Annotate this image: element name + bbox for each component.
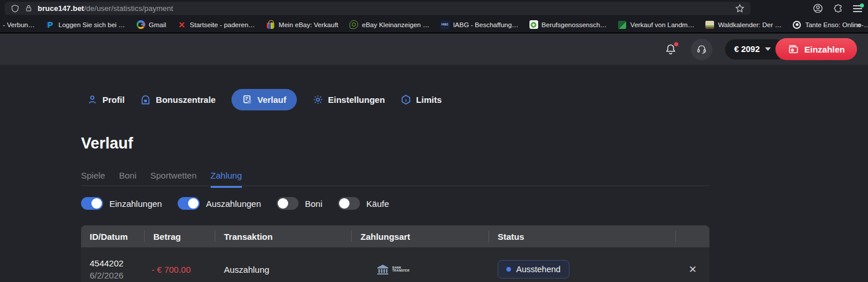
filter-label: Auszahlungen (206, 199, 261, 209)
toggle-einzahlungen[interactable] (81, 197, 103, 210)
toggle-kaeufe[interactable] (338, 197, 360, 210)
toggle-auszahlungen[interactable] (178, 197, 200, 210)
bookmark-item[interactable]: Berufsgenossensch… (529, 20, 607, 29)
payment-filters: Einzahlungen Auszahlungen Boni Käufe (81, 197, 389, 210)
filter-kaeufe: Käufe (338, 197, 389, 210)
page-title: Verlauf (81, 135, 133, 153)
col-betrag: Betrag (145, 225, 215, 247)
red-x-icon: ✕ (177, 20, 186, 29)
col-status: Status (489, 225, 676, 247)
bookmark-item[interactable]: ✕Startseite - paderen… (177, 20, 255, 29)
ebay-kleinanzeigen-icon (350, 20, 359, 29)
bookmark-label: Loggen Sie sich bei … (58, 21, 125, 28)
tab-einstellungen[interactable]: Einstellungen (312, 89, 385, 110)
bookmark-item[interactable]: Gmail (136, 20, 166, 29)
bookmarks-overflow-chevron-icon[interactable]: » (856, 20, 860, 29)
col-actions (676, 225, 709, 247)
status-dot-icon (506, 267, 511, 272)
bookmark-item[interactable]: Verkauf von Landm… (617, 20, 694, 29)
menu-hamburger-icon[interactable] (853, 5, 862, 12)
lock-icon[interactable] (25, 5, 32, 12)
col-transaktion: Transaktion (215, 225, 352, 247)
tab-label: Einstellungen (328, 95, 385, 105)
cell-betrag: - € 700.00 (145, 265, 215, 274)
url-path: /de/user/statistics/payment (84, 4, 173, 13)
green-circle-icon (529, 20, 538, 29)
bookmark-label: Mein eBay: Verkauft (279, 21, 339, 28)
url-bar[interactable]: bruce147.bet/de/user/statistics/payment (5, 2, 751, 15)
browser-toolbar: bruce147.bet/de/user/statistics/payment (0, 0, 868, 17)
tab-profil[interactable]: Profil (87, 89, 124, 110)
green-square-icon (617, 20, 627, 29)
tab-label: Profil (102, 95, 124, 105)
bookmark-label: Startseite - paderen… (190, 21, 255, 28)
bank-transfer-icon (376, 264, 389, 275)
support-headset-icon[interactable] (691, 39, 712, 60)
site-header: € 2092 Einzahlen (0, 34, 868, 65)
filter-einzahlungen: Einzahlungen (81, 197, 162, 210)
cell-id-datum: 4544202 6/2/2026 (81, 257, 145, 281)
url-text[interactable]: bruce147.bet/de/user/statistics/payment (38, 4, 173, 13)
tab-limits[interactable]: Limits (400, 89, 442, 110)
transactions-table: ID/Datum Betrag Transaktion Zahlungsart … (81, 225, 709, 282)
bookmark-item[interactable]: IABGIABG - Beschaffung… (440, 20, 518, 29)
filter-boni: Boni (277, 197, 322, 210)
bookmark-label: Verkauf von Landm… (630, 21, 694, 28)
account-nav-tabs: Profil Bonuszentrale Verlauf Einstellung… (87, 89, 442, 110)
col-id-datum: ID/Datum (81, 225, 145, 247)
close-icon[interactable]: ✕ (689, 265, 697, 274)
extensions-puzzle-icon[interactable] (833, 3, 843, 13)
bookmark-label: Waldkalender: Der … (718, 21, 782, 28)
status-label: Ausstehend (516, 265, 561, 274)
bookmark-item[interactable]: PLoggen Sie sich bei … (46, 20, 125, 29)
bookmark-label: Gmail (149, 21, 166, 28)
col-zahlungsart: Zahlungsart (352, 225, 489, 247)
bookmark-item[interactable]: - Verbun… (1, 21, 35, 29)
deposit-button-label: Einzahlen (804, 44, 845, 54)
table-header: ID/Datum Betrag Transaktion Zahlungsart … (81, 225, 709, 247)
tab-verlauf[interactable]: Verlauf (231, 89, 297, 110)
account-icon[interactable] (812, 3, 823, 14)
bookmark-label: IABG - Beschaffung… (453, 21, 518, 28)
bookmark-label: - Verbun… (3, 21, 35, 28)
person-icon (87, 94, 98, 105)
bookmark-star-icon[interactable] (735, 3, 745, 13)
paypal-icon: P (46, 20, 55, 29)
deposit-button[interactable]: Einzahlen (775, 38, 857, 60)
toggle-boni[interactable] (277, 197, 299, 210)
update-dot (860, 3, 864, 8)
iabg-icon: IABG (440, 20, 450, 29)
cell-actions: ✕ (676, 265, 709, 274)
tab-label: Limits (416, 95, 442, 105)
google-icon (136, 20, 145, 29)
bookmark-item[interactable]: Mein eBay: Verkauft (266, 20, 339, 29)
filter-auszahlungen: Auszahlungen (178, 197, 261, 210)
transaction-id: 4544202 (90, 257, 145, 269)
tab-label: Verlauf (258, 95, 286, 105)
wallet-icon (788, 43, 799, 55)
bookmarks-bar: - Verbun… PLoggen Sie sich bei … Gmail ✕… (0, 17, 868, 32)
table-row: 4544202 6/2/2026 - € 700.00 Auszahlung B… (81, 247, 709, 282)
cell-zahlungsart: BANK TRANSFER (352, 264, 489, 275)
forest-calendar-icon (705, 20, 715, 29)
tab-bonuszentrale[interactable]: Bonuszentrale (140, 89, 215, 110)
gear-icon (312, 94, 323, 105)
notifications-bell-icon[interactable] (664, 43, 677, 55)
subtab-divider (81, 185, 709, 186)
filter-label: Einzahlungen (109, 199, 162, 209)
tab-label: Bonuszentrale (156, 95, 215, 105)
balance-amount: € 2092 (734, 44, 760, 54)
status-badge: Ausstehend (498, 260, 569, 279)
notification-dot (674, 42, 678, 46)
transaction-date: 6/2/2026 (90, 269, 145, 281)
bookmark-item[interactable]: eBay Kleinanzeigen … (350, 20, 429, 29)
circle-dot-icon (792, 20, 801, 29)
hexagon-info-icon (400, 94, 411, 105)
filter-label: Boni (305, 199, 322, 209)
ebay-bag-icon (266, 20, 275, 29)
cell-status: Ausstehend (489, 260, 676, 279)
browser-actions (812, 0, 862, 17)
tracking-shield-icon[interactable] (10, 4, 20, 13)
bookmark-item[interactable]: Waldkalender: Der … (705, 20, 782, 29)
url-host: bruce147.bet (38, 4, 84, 13)
